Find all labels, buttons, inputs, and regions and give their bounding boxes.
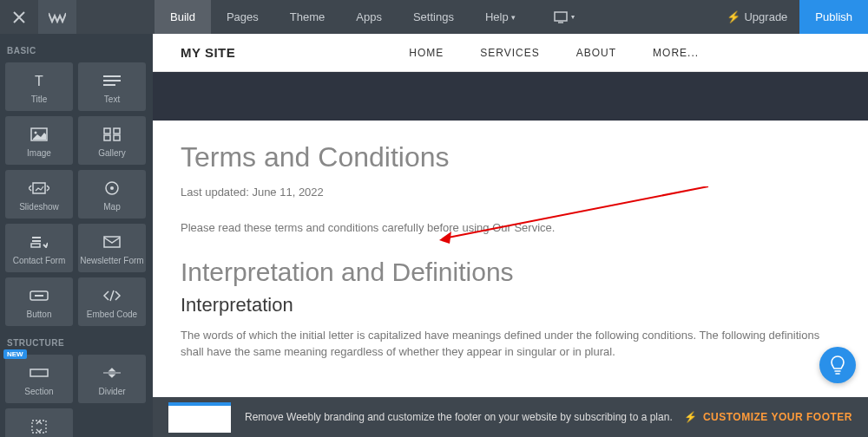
- close-icon: [13, 11, 25, 23]
- tab-pages[interactable]: Pages: [211, 0, 274, 34]
- svg-rect-4: [104, 128, 110, 134]
- publish-button[interactable]: Publish: [799, 0, 868, 34]
- tile-image[interactable]: Image: [5, 116, 73, 165]
- chevron-down-icon: ▾: [511, 13, 516, 22]
- code-icon: [102, 285, 122, 306]
- bolt-icon: ⚡: [727, 10, 740, 23]
- tile-divider[interactable]: Divider: [78, 355, 146, 403]
- tile-contact-form[interactable]: Contact Form: [5, 224, 73, 272]
- device-preview-button[interactable]: ▾: [549, 0, 580, 34]
- tile-button[interactable]: Button: [5, 277, 73, 326]
- form-icon: [30, 232, 48, 252]
- last-updated[interactable]: Last updated: June 11, 2022: [181, 186, 840, 199]
- nav-about[interactable]: ABOUT: [576, 47, 616, 59]
- tile-map[interactable]: Map: [78, 170, 146, 218]
- page-heading[interactable]: Terms and Conditions: [181, 141, 840, 173]
- footer-preview-thumb: [168, 402, 231, 433]
- nav-home[interactable]: HOME: [409, 47, 444, 59]
- help-fab[interactable]: [819, 347, 856, 383]
- svg-rect-12: [104, 237, 120, 247]
- slideshow-icon: [29, 178, 49, 199]
- site-title[interactable]: MY SITE: [181, 45, 235, 60]
- subsection-heading[interactable]: Interpretation: [181, 294, 840, 316]
- footer-upgrade-text: Remove Weebly branding and customize the…: [245, 410, 684, 424]
- gallery-icon: [103, 124, 121, 145]
- tile-slideshow[interactable]: Slideshow: [5, 170, 73, 218]
- close-button[interactable]: [0, 0, 38, 34]
- chevron-down-icon: ▾: [571, 13, 575, 21]
- title-icon: T: [31, 70, 47, 91]
- tab-theme[interactable]: Theme: [274, 0, 340, 34]
- tab-help[interactable]: Help▾: [470, 0, 531, 34]
- svg-rect-14: [35, 295, 43, 297]
- customize-footer-button[interactable]: ⚡ CUSTOMIZE YOUR FOOTER: [684, 411, 852, 423]
- upgrade-button[interactable]: ⚡Upgrade: [714, 0, 799, 34]
- map-icon: [104, 178, 120, 199]
- text-icon: [103, 70, 121, 91]
- nav-services[interactable]: SERVICES: [480, 47, 539, 59]
- divider-icon: [102, 362, 122, 383]
- section-icon: [30, 362, 49, 383]
- svg-rect-11: [31, 244, 40, 247]
- hero-band[interactable]: [153, 72, 868, 121]
- envelope-icon: [103, 232, 121, 252]
- tab-settings[interactable]: Settings: [398, 0, 470, 34]
- tab-apps[interactable]: Apps: [340, 0, 398, 34]
- weebly-logo-icon: [49, 11, 66, 23]
- spacer-icon: [30, 416, 49, 437]
- svg-point-3: [35, 131, 37, 134]
- tile-newsletter-form[interactable]: Newsletter Form: [78, 224, 146, 272]
- elements-sidebar: BASIC TTitle Text Image Gallery Slidesho…: [0, 34, 153, 437]
- desktop-icon: [554, 11, 569, 23]
- editor-canvas: MY SITE HOME SERVICES ABOUT MORE... Term…: [153, 34, 868, 437]
- button-icon: [30, 285, 49, 306]
- page-content[interactable]: Terms and Conditions Last updated: June …: [153, 121, 868, 361]
- main-tabs: Build Pages Theme Apps Settings Help▾: [155, 0, 531, 34]
- weebly-logo[interactable]: [38, 0, 76, 34]
- tile-section[interactable]: NEWSection: [5, 355, 73, 403]
- bolt-icon: ⚡: [684, 411, 698, 423]
- section-heading[interactable]: Interpretation and Definitions: [181, 258, 840, 287]
- svg-rect-16: [32, 421, 46, 433]
- svg-rect-0: [555, 12, 567, 21]
- svg-rect-7: [114, 135, 120, 140]
- image-icon: [30, 124, 48, 145]
- svg-text:T: T: [35, 74, 43, 88]
- body-paragraph[interactable]: The words of which the initial letter is…: [181, 327, 840, 361]
- new-badge: NEW: [3, 349, 27, 359]
- intro-paragraph[interactable]: Please read these terms and conditions c…: [181, 219, 840, 237]
- tile-title[interactable]: TTitle: [5, 62, 73, 111]
- site-header: MY SITE HOME SERVICES ABOUT MORE...: [153, 34, 868, 72]
- section-basic-label: BASIC: [0, 34, 153, 62]
- svg-rect-5: [114, 128, 120, 134]
- top-bar: Build Pages Theme Apps Settings Help▾ ▾ …: [0, 0, 868, 34]
- tile-gallery[interactable]: Gallery: [78, 116, 146, 165]
- tile-text[interactable]: Text: [78, 62, 146, 111]
- tile-spacer[interactable]: Spacer: [5, 408, 73, 437]
- tile-embed-code[interactable]: Embed Code: [78, 277, 146, 326]
- lightbulb-icon: [830, 355, 845, 375]
- tab-build[interactable]: Build: [155, 0, 211, 34]
- nav-more[interactable]: MORE...: [653, 47, 699, 59]
- svg-rect-6: [104, 135, 110, 140]
- footer-upgrade-bar: Remove Weebly branding and customize the…: [153, 397, 868, 437]
- svg-point-10: [110, 186, 114, 190]
- svg-rect-15: [30, 369, 48, 376]
